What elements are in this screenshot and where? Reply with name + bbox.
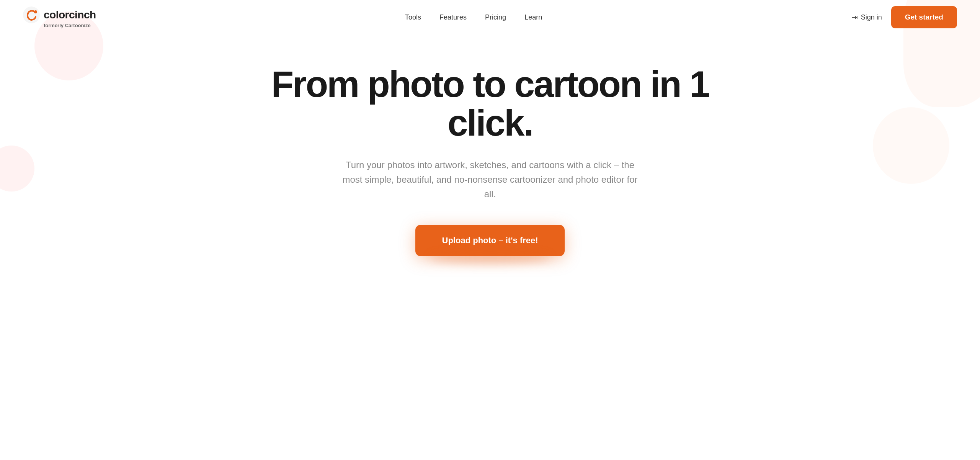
signin-link[interactable]: ⇥ Sign in	[851, 13, 882, 22]
nav-actions: ⇥ Sign in Get started	[851, 6, 957, 28]
signin-icon: ⇥	[851, 13, 858, 22]
logo-subtitle-prefix: formerly	[44, 23, 65, 28]
logo-subtitle: formerly Cartoonize	[44, 23, 91, 28]
logo-text: colorcinch	[44, 9, 96, 21]
svg-point-1	[34, 10, 37, 13]
logo-brand-name: Cartoonize	[65, 23, 91, 28]
hero-title: From photo to cartoon in 1 click.	[264, 65, 716, 142]
logo-icon	[23, 7, 40, 23]
nav-links: Tools Features Pricing Learn	[405, 13, 542, 21]
get-started-button[interactable]: Get started	[891, 6, 957, 28]
hero-section: From photo to cartoon in 1 click. Turn y…	[241, 34, 739, 295]
svg-point-0	[23, 7, 40, 23]
nav-link-pricing[interactable]: Pricing	[485, 13, 506, 21]
logo-area[interactable]: colorcinch formerly Cartoonize	[23, 7, 96, 28]
upload-photo-button[interactable]: Upload photo – it's free!	[415, 225, 565, 256]
decorative-blob-mid-left	[0, 146, 34, 192]
signin-label: Sign in	[861, 13, 882, 21]
nav-link-features[interactable]: Features	[439, 13, 467, 21]
hero-subtitle: Turn your photos into artwork, sketches,…	[337, 158, 643, 202]
nav-link-learn[interactable]: Learn	[524, 13, 542, 21]
decorative-blob-mid-right	[873, 107, 949, 184]
nav-link-tools[interactable]: Tools	[405, 13, 421, 21]
logo-row: colorcinch	[23, 7, 96, 23]
navbar: colorcinch formerly Cartoonize Tools Fea…	[0, 0, 980, 34]
